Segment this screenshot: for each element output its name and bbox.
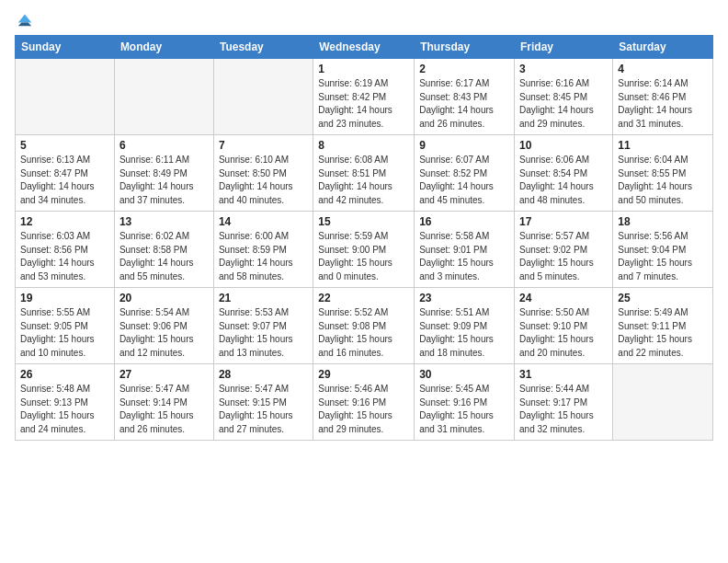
weekday-header-wednesday: Wednesday xyxy=(313,36,415,59)
calendar-cell: 1Sunrise: 6:19 AM Sunset: 8:42 PM Daylig… xyxy=(313,59,415,135)
day-number: 5 xyxy=(20,139,109,152)
day-info: Sunrise: 6:11 AM Sunset: 8:49 PM Dayligh… xyxy=(119,154,209,207)
calendar-cell: 20Sunrise: 5:54 AM Sunset: 9:06 PM Dayli… xyxy=(114,288,213,364)
day-number: 15 xyxy=(318,215,409,228)
calendar-cell: 13Sunrise: 6:02 AM Sunset: 8:58 PM Dayli… xyxy=(114,212,213,288)
day-info: Sunrise: 5:51 AM Sunset: 9:09 PM Dayligh… xyxy=(419,306,509,360)
calendar-cell: 9Sunrise: 6:07 AM Sunset: 8:52 PM Daylig… xyxy=(415,135,515,212)
calendar-cell xyxy=(114,59,213,135)
day-number: 27 xyxy=(119,368,209,381)
calendar-cell: 12Sunrise: 6:03 AM Sunset: 8:56 PM Dayli… xyxy=(16,212,115,288)
calendar-header-row: SundayMondayTuesdayWednesdayThursdayFrid… xyxy=(16,36,713,59)
day-number: 14 xyxy=(219,215,308,228)
day-number: 1 xyxy=(318,63,409,75)
day-number: 26 xyxy=(20,368,109,381)
day-info: Sunrise: 6:16 AM Sunset: 8:45 PM Dayligh… xyxy=(519,77,608,131)
day-number: 3 xyxy=(519,63,608,75)
calendar-cell: 23Sunrise: 5:51 AM Sunset: 9:09 PM Dayli… xyxy=(415,288,515,364)
weekday-header-sunday: Sunday xyxy=(16,36,115,59)
day-info: Sunrise: 5:47 AM Sunset: 9:14 PM Dayligh… xyxy=(119,383,209,436)
calendar-week-row: 5Sunrise: 6:13 AM Sunset: 8:47 PM Daylig… xyxy=(16,135,713,212)
calendar-cell: 29Sunrise: 5:46 AM Sunset: 9:16 PM Dayli… xyxy=(313,364,415,441)
calendar-cell: 22Sunrise: 5:52 AM Sunset: 9:08 PM Dayli… xyxy=(313,288,415,364)
calendar-cell: 21Sunrise: 5:53 AM Sunset: 9:07 PM Dayli… xyxy=(213,288,313,364)
calendar-cell xyxy=(16,59,115,135)
day-info: Sunrise: 6:08 AM Sunset: 8:51 PM Dayligh… xyxy=(318,154,409,207)
day-number: 16 xyxy=(419,215,509,228)
calendar-cell xyxy=(613,364,713,441)
weekday-header-monday: Monday xyxy=(114,36,213,59)
day-info: Sunrise: 5:58 AM Sunset: 9:01 PM Dayligh… xyxy=(419,230,509,283)
page: SundayMondayTuesdayWednesdayThursdayFrid… xyxy=(0,0,728,563)
day-info: Sunrise: 5:55 AM Sunset: 9:05 PM Dayligh… xyxy=(20,306,109,360)
calendar-cell: 19Sunrise: 5:55 AM Sunset: 9:05 PM Dayli… xyxy=(16,288,115,364)
day-info: Sunrise: 6:03 AM Sunset: 8:56 PM Dayligh… xyxy=(20,230,109,283)
day-info: Sunrise: 5:53 AM Sunset: 9:07 PM Dayligh… xyxy=(219,306,308,360)
day-number: 2 xyxy=(419,63,509,75)
day-number: 25 xyxy=(618,292,708,304)
day-number: 30 xyxy=(419,368,509,381)
day-info: Sunrise: 6:00 AM Sunset: 8:59 PM Dayligh… xyxy=(219,230,308,283)
day-number: 19 xyxy=(20,292,109,304)
calendar-cell: 15Sunrise: 5:59 AM Sunset: 9:00 PM Dayli… xyxy=(313,212,415,288)
calendar-cell: 26Sunrise: 5:48 AM Sunset: 9:13 PM Dayli… xyxy=(16,364,115,441)
calendar-cell: 14Sunrise: 6:00 AM Sunset: 8:59 PM Dayli… xyxy=(213,212,313,288)
calendar-cell: 2Sunrise: 6:17 AM Sunset: 8:43 PM Daylig… xyxy=(415,59,515,135)
calendar-cell: 17Sunrise: 5:57 AM Sunset: 9:02 PM Dayli… xyxy=(515,212,613,288)
weekday-header-tuesday: Tuesday xyxy=(213,36,313,59)
calendar-cell: 18Sunrise: 5:56 AM Sunset: 9:04 PM Dayli… xyxy=(613,212,713,288)
calendar-cell: 31Sunrise: 5:44 AM Sunset: 9:17 PM Dayli… xyxy=(515,364,613,441)
day-number: 12 xyxy=(20,215,109,228)
day-info: Sunrise: 5:47 AM Sunset: 9:15 PM Dayligh… xyxy=(219,383,308,436)
logo-icon xyxy=(17,11,33,28)
calendar-table: SundayMondayTuesdayWednesdayThursdayFrid… xyxy=(15,35,713,441)
day-info: Sunrise: 5:46 AM Sunset: 9:16 PM Dayligh… xyxy=(318,383,409,436)
day-number: 21 xyxy=(219,292,308,304)
calendar-week-row: 26Sunrise: 5:48 AM Sunset: 9:13 PM Dayli… xyxy=(16,364,713,441)
day-number: 6 xyxy=(119,139,209,152)
day-info: Sunrise: 5:48 AM Sunset: 9:13 PM Dayligh… xyxy=(20,383,109,436)
day-info: Sunrise: 6:06 AM Sunset: 8:54 PM Dayligh… xyxy=(519,154,608,207)
day-info: Sunrise: 5:57 AM Sunset: 9:02 PM Dayligh… xyxy=(519,230,608,283)
day-info: Sunrise: 6:13 AM Sunset: 8:47 PM Dayligh… xyxy=(20,154,109,207)
weekday-header-saturday: Saturday xyxy=(613,36,713,59)
calendar-cell: 8Sunrise: 6:08 AM Sunset: 8:51 PM Daylig… xyxy=(313,135,415,212)
day-number: 23 xyxy=(419,292,509,304)
svg-marker-0 xyxy=(18,15,31,23)
day-info: Sunrise: 6:17 AM Sunset: 8:43 PM Dayligh… xyxy=(419,77,509,131)
day-info: Sunrise: 5:49 AM Sunset: 9:11 PM Dayligh… xyxy=(618,306,708,360)
day-number: 20 xyxy=(119,292,209,304)
weekday-header-thursday: Thursday xyxy=(415,36,515,59)
day-number: 29 xyxy=(318,368,409,381)
day-info: Sunrise: 5:59 AM Sunset: 9:00 PM Dayligh… xyxy=(318,230,409,283)
day-number: 7 xyxy=(219,139,308,152)
calendar-cell: 24Sunrise: 5:50 AM Sunset: 9:10 PM Dayli… xyxy=(515,288,613,364)
calendar-cell: 3Sunrise: 6:16 AM Sunset: 8:45 PM Daylig… xyxy=(515,59,613,135)
day-info: Sunrise: 5:52 AM Sunset: 9:08 PM Dayligh… xyxy=(318,306,409,360)
calendar-week-row: 1Sunrise: 6:19 AM Sunset: 8:42 PM Daylig… xyxy=(16,59,713,135)
day-number: 28 xyxy=(219,368,308,381)
calendar-cell: 27Sunrise: 5:47 AM Sunset: 9:14 PM Dayli… xyxy=(114,364,213,441)
day-number: 4 xyxy=(618,63,708,75)
day-number: 10 xyxy=(519,139,608,152)
day-info: Sunrise: 6:10 AM Sunset: 8:50 PM Dayligh… xyxy=(219,154,308,207)
day-info: Sunrise: 5:50 AM Sunset: 9:10 PM Dayligh… xyxy=(519,306,608,360)
day-number: 22 xyxy=(318,292,409,304)
day-info: Sunrise: 5:54 AM Sunset: 9:06 PM Dayligh… xyxy=(119,306,209,360)
day-number: 8 xyxy=(318,139,409,152)
calendar-week-row: 12Sunrise: 6:03 AM Sunset: 8:56 PM Dayli… xyxy=(16,212,713,288)
calendar-cell: 7Sunrise: 6:10 AM Sunset: 8:50 PM Daylig… xyxy=(213,135,313,212)
weekday-header-friday: Friday xyxy=(515,36,613,59)
day-info: Sunrise: 5:44 AM Sunset: 9:17 PM Dayligh… xyxy=(519,383,608,436)
day-info: Sunrise: 5:45 AM Sunset: 9:16 PM Dayligh… xyxy=(419,383,509,436)
day-number: 11 xyxy=(618,139,708,152)
calendar-cell: 16Sunrise: 5:58 AM Sunset: 9:01 PM Dayli… xyxy=(415,212,515,288)
calendar-cell: 6Sunrise: 6:11 AM Sunset: 8:49 PM Daylig… xyxy=(114,135,213,212)
day-info: Sunrise: 5:56 AM Sunset: 9:04 PM Dayligh… xyxy=(618,230,708,283)
day-info: Sunrise: 6:14 AM Sunset: 8:46 PM Dayligh… xyxy=(618,77,708,131)
day-number: 24 xyxy=(519,292,608,304)
day-number: 9 xyxy=(419,139,509,152)
day-number: 17 xyxy=(519,215,608,228)
calendar-cell: 28Sunrise: 5:47 AM Sunset: 9:15 PM Dayli… xyxy=(213,364,313,441)
day-number: 31 xyxy=(519,368,608,381)
